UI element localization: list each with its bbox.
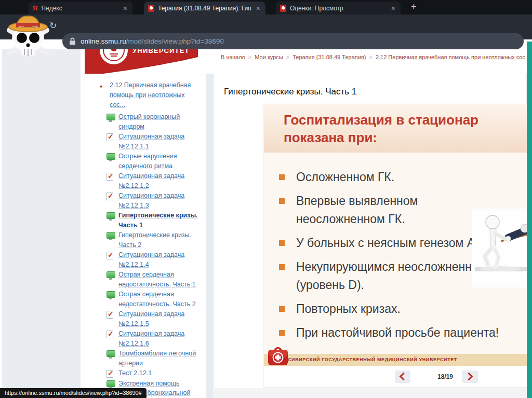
panel-gap bbox=[206, 74, 213, 398]
browser-window: УНИВЕРСИТЕТ В начало>Мои курсы>Терапия (… bbox=[0, 0, 532, 398]
slides-icon bbox=[107, 350, 115, 357]
ssmu-crest-icon bbox=[148, 5, 154, 12]
padlock-icon bbox=[70, 37, 75, 45]
nav-item-task-2-12-1-5[interactable]: Ситуационная задача №2.12.1.5 bbox=[85, 309, 206, 329]
breadcrumb-link-section[interactable]: 2.12 Первичная врачебная помощь при неот… bbox=[376, 54, 527, 60]
nav-item-task-2-12-1-3[interactable]: Ситуационная задача №2.12.1.3 bbox=[85, 191, 206, 211]
quiz-icon bbox=[107, 252, 113, 259]
address-bar[interactable]: online.ssmu.ru/mod/slides/view.php?id=38… bbox=[62, 33, 524, 49]
quiz-icon bbox=[107, 133, 113, 141]
breadcrumb: В начало>Мои курсы>Терапия (31.08.49 Тер… bbox=[221, 54, 527, 62]
tab-title: Яндекс bbox=[41, 5, 118, 12]
slide-heading-line: показана при: bbox=[284, 129, 527, 146]
url-host: online.ssmu.ru bbox=[81, 37, 126, 45]
tab-strip: Я Яндекс × Терапия (31.08.49 Терапия): Г… bbox=[0, 0, 532, 15]
nav-item-hypertensive-crises-2[interactable]: Гипертонические кризы. Часть 2 bbox=[85, 230, 206, 250]
main-content-panel: Гипертонические кризы. Часть 1 Госпитали… bbox=[213, 74, 527, 398]
previous-slide-button[interactable] bbox=[395, 370, 410, 383]
slide-bullet: При настойчивой просьбе пациента! bbox=[274, 324, 527, 342]
slide-heading-band: Госпитализация в стационар показана при: bbox=[264, 104, 527, 153]
slide-footer-band: СИБИРСКИЙ ГОСУДАРСТВЕННЫЙ МЕДИЦИНСКИЙ УН… bbox=[264, 354, 527, 366]
tab-grades[interactable]: Оценки: Просмотр × bbox=[276, 2, 401, 15]
chevron-right-icon bbox=[465, 373, 473, 381]
close-tab-icon[interactable]: × bbox=[122, 5, 128, 12]
slide-bullet: Осложненном ГК. bbox=[274, 168, 527, 186]
nav-item-heart-failure-2[interactable]: Острая сердечная недостаточность. Часть … bbox=[85, 290, 206, 309]
new-tab-button[interactable]: + bbox=[411, 2, 417, 12]
course-navigation-panel: ▾ 2.12 Первичная врачебная помощь при не… bbox=[85, 74, 206, 398]
nav-item-hypertensive-crises-1[interactable]: Гипертонические кризы. Часть 1 bbox=[85, 211, 206, 230]
breadcrumb-link-course[interactable]: Терапия (31.08.49 Терапия) bbox=[292, 54, 366, 60]
course-activity-list: Острый коронарный синдром Ситуационная з… bbox=[85, 112, 206, 398]
url-path: /mod/slides/view.php?id=38690 bbox=[126, 37, 224, 45]
breadcrumb-link-home[interactable]: В начало bbox=[221, 54, 245, 60]
close-tab-icon[interactable]: × bbox=[255, 5, 261, 12]
next-slide-button[interactable] bbox=[462, 370, 478, 383]
page-title: Гипертонические кризы. Часть 1 bbox=[224, 87, 356, 97]
content-footer-strip bbox=[213, 388, 527, 398]
status-bar-url: https://online.ssmu.ru/mod/slides/view.p… bbox=[0, 388, 147, 398]
medical-bag-icon bbox=[267, 346, 289, 368]
nav-item-pulmonary-embolism[interactable]: Тромбоэмболия легочной артерии bbox=[85, 349, 206, 368]
forward-button[interactable]: → bbox=[31, 20, 39, 31]
breadcrumb-link-my-courses[interactable]: Мои курсы bbox=[255, 54, 283, 60]
slides-icon bbox=[107, 153, 115, 160]
quiz-icon bbox=[107, 370, 113, 378]
tab-title: Терапия (31.08.49 Терапия): Гип bbox=[158, 5, 251, 12]
course-section-link[interactable]: 2.12 Первичная врачебная помощь при неот… bbox=[110, 81, 191, 108]
slide-pager: 18/19 bbox=[264, 366, 527, 387]
tab-therapy-presentation[interactable]: Терапия (31.08.49 Терапия): Гип × bbox=[144, 2, 265, 15]
breadcrumb-separator: > bbox=[369, 54, 372, 60]
breadcrumb-separator: > bbox=[286, 54, 289, 60]
tab-yandex[interactable]: Я Яндекс × bbox=[29, 2, 132, 15]
quiz-icon bbox=[107, 173, 113, 181]
close-tab-icon[interactable]: × bbox=[390, 5, 396, 12]
course-section-row: ▾ 2.12 Первичная врачебная помощь при не… bbox=[85, 74, 206, 111]
nav-item-arrhythmia[interactable]: Острые нарушения сердечного ритма bbox=[85, 152, 206, 171]
collapse-triangle-icon[interactable]: ▾ bbox=[100, 81, 102, 91]
tab-title: Оценки: Просмотр bbox=[290, 5, 387, 12]
quiz-icon bbox=[107, 331, 113, 338]
nav-item-task-2-12-1-1[interactable]: Ситуационная задача №2.12.1.1 bbox=[85, 132, 206, 152]
slides-icon bbox=[107, 232, 115, 239]
slide-bullet: Повторных кризах. bbox=[274, 300, 527, 318]
slides-icon bbox=[107, 114, 115, 120]
left-gutter-panel bbox=[2, 49, 81, 398]
slides-icon bbox=[107, 271, 115, 278]
patient-transport-figure-image bbox=[472, 209, 527, 290]
yandex-icon: Я bbox=[33, 4, 37, 12]
slides-icon bbox=[107, 212, 115, 219]
reload-button[interactable]: ↻ bbox=[49, 20, 57, 31]
quiz-icon bbox=[107, 311, 113, 319]
quiz-icon bbox=[107, 193, 113, 200]
slide-footer-text: СИБИРСКИЙ ГОСУДАРСТВЕННЫЙ МЕДИЦИНСКИЙ УН… bbox=[264, 354, 527, 366]
nav-item-task-2-12-1-4[interactable]: Ситуационная задача №2.12.1.4 bbox=[85, 250, 206, 270]
slides-icon bbox=[107, 291, 115, 298]
back-button[interactable]: ← bbox=[17, 20, 26, 31]
breadcrumb-separator: > bbox=[248, 54, 251, 60]
chevron-left-icon bbox=[400, 373, 408, 381]
slide-body: Осложненном ГК. Впервые выявленном неосл… bbox=[264, 153, 527, 354]
slides-icon bbox=[107, 380, 115, 387]
right-edge-accent-bar bbox=[527, 42, 532, 398]
nav-item-task-2-12-1-6[interactable]: Ситуационная задача №2.12.1.6 bbox=[85, 329, 206, 349]
browser-toolbar: online.ssmu.ru/mod/slides/view.php?id=38… bbox=[0, 15, 532, 39]
nav-item-test-2-12-1[interactable]: Тест 2.12.1 bbox=[85, 368, 206, 379]
ssmu-crest-icon bbox=[280, 5, 286, 12]
nav-item-heart-failure-1[interactable]: Острая сердечная недостаточность. Часть … bbox=[85, 270, 206, 290]
presentation-slide: Госпитализация в стационар показана при:… bbox=[264, 104, 527, 387]
nav-item-acute-coronary[interactable]: Острый коронарный синдром bbox=[85, 112, 206, 132]
slide-heading-line: Госпитализация в стационар bbox=[284, 111, 527, 129]
nav-item-task-2-12-1-2[interactable]: Ситуационная задача №2.12.1.2 bbox=[85, 171, 206, 191]
